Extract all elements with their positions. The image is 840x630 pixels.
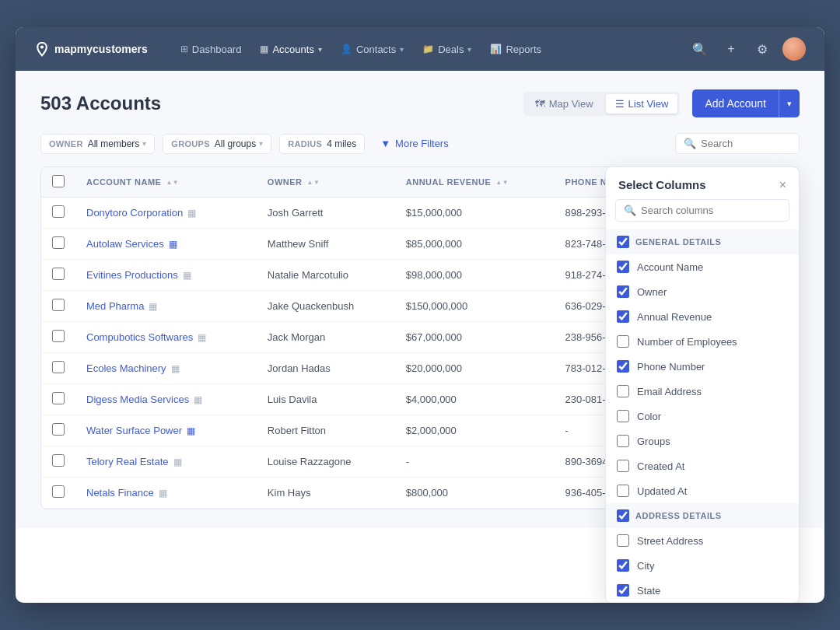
account-name-link[interactable]: Ecoles Machinery bbox=[86, 362, 166, 374]
column-label: Groups bbox=[637, 436, 670, 447]
account-name-cell: Water Surface Power ▦ bbox=[75, 415, 257, 446]
account-name-link[interactable]: Evitines Productions bbox=[86, 269, 178, 281]
column-checkbox[interactable] bbox=[617, 385, 629, 397]
logo[interactable]: mapmycustomers bbox=[34, 41, 148, 57]
radius-filter-value[interactable]: 4 miles bbox=[327, 138, 356, 149]
account-name-link[interactable]: Water Surface Power bbox=[86, 425, 182, 436]
row-checkbox[interactable] bbox=[52, 392, 65, 404]
row-checkbox[interactable] bbox=[52, 330, 65, 342]
search-input[interactable] bbox=[701, 138, 791, 149]
add-account-button[interactable]: Add Account ▾ bbox=[692, 89, 800, 117]
revenue-cell: $85,000,000 bbox=[395, 229, 555, 260]
search-button[interactable]: 🔍 bbox=[689, 38, 711, 60]
row-checkbox-cell[interactable] bbox=[41, 322, 75, 353]
select-all-header[interactable] bbox=[41, 167, 75, 198]
column-item[interactable]: City bbox=[606, 553, 799, 578]
select-all-checkbox[interactable] bbox=[52, 175, 65, 187]
nav-item-accounts[interactable]: ▦ Accounts ▾ bbox=[252, 39, 329, 60]
row-checkbox[interactable] bbox=[52, 454, 65, 467]
account-name-link[interactable]: Med Pharma bbox=[86, 300, 144, 312]
nav-item-deals[interactable]: 📁 Deals ▾ bbox=[415, 39, 479, 60]
column-item[interactable]: Phone Number bbox=[606, 354, 799, 379]
nav-item-reports[interactable]: 📊 Reports bbox=[482, 39, 549, 60]
groups-filter[interactable]: GROUPS All groups ▾ bbox=[163, 134, 271, 154]
column-item[interactable]: Street Address bbox=[606, 528, 799, 553]
column-item[interactable]: State bbox=[606, 578, 799, 603]
row-checkbox[interactable] bbox=[52, 236, 65, 249]
account-name-link[interactable]: Compubotics Softwares bbox=[86, 331, 193, 343]
account-name-link[interactable]: Donytoro Corporation bbox=[86, 207, 183, 219]
column-label: City bbox=[637, 560, 654, 572]
column-checkbox[interactable] bbox=[617, 285, 629, 298]
owner-chevron-icon: ▾ bbox=[142, 139, 146, 148]
row-checkbox-cell[interactable] bbox=[41, 478, 75, 509]
column-item[interactable]: Created At bbox=[606, 453, 799, 478]
column-search-input[interactable] bbox=[641, 205, 781, 216]
more-filters-button[interactable]: ▼ More Filters bbox=[373, 134, 457, 153]
row-checkbox-cell[interactable] bbox=[41, 198, 75, 229]
column-checkbox[interactable] bbox=[617, 360, 629, 373]
column-item[interactable]: Account Name bbox=[606, 254, 799, 279]
row-checkbox[interactable] bbox=[52, 268, 65, 280]
settings-button[interactable]: ⚙ bbox=[751, 38, 773, 60]
column-checkbox[interactable] bbox=[617, 261, 629, 273]
row-checkbox[interactable] bbox=[52, 485, 65, 498]
column-label: Owner bbox=[637, 286, 667, 298]
owner-filter-value[interactable]: All members ▾ bbox=[88, 138, 147, 149]
row-checkbox-cell[interactable] bbox=[41, 260, 75, 291]
row-checkbox[interactable] bbox=[52, 423, 65, 436]
column-checkbox[interactable] bbox=[617, 435, 629, 447]
account-name-link[interactable]: Netals Finance bbox=[86, 487, 154, 499]
row-checkbox[interactable] bbox=[52, 299, 65, 311]
column-label: Color bbox=[637, 411, 661, 422]
search-box[interactable]: 🔍 bbox=[675, 133, 800, 154]
account-name-link[interactable]: Telory Real Estate bbox=[86, 456, 169, 467]
map-view-button[interactable]: 🗺 Map View bbox=[526, 94, 603, 114]
groups-filter-value[interactable]: All groups ▾ bbox=[215, 138, 263, 149]
avatar[interactable] bbox=[782, 37, 806, 61]
row-checkbox-cell[interactable] bbox=[41, 415, 75, 446]
column-item[interactable]: Owner bbox=[606, 279, 799, 304]
panel-search[interactable]: 🔍 bbox=[615, 199, 789, 222]
column-checkbox[interactable] bbox=[617, 310, 629, 323]
owner-header[interactable]: OWNER ▲▼ bbox=[257, 167, 395, 198]
column-checkbox[interactable] bbox=[617, 559, 629, 572]
list-view-button[interactable]: ☰ List View bbox=[606, 94, 678, 114]
row-checkbox-cell[interactable] bbox=[41, 446, 75, 478]
column-checkbox[interactable] bbox=[617, 460, 629, 472]
owner-filter[interactable]: OWNER All members ▾ bbox=[40, 134, 155, 154]
column-item[interactable]: Color bbox=[606, 404, 799, 429]
panel-search-icon: 🔍 bbox=[624, 205, 636, 216]
column-item[interactable]: Email Address bbox=[606, 379, 799, 404]
owner-cell: Robert Fitton bbox=[257, 415, 395, 446]
row-checkbox[interactable] bbox=[52, 205, 65, 218]
column-checkbox[interactable] bbox=[617, 534, 629, 547]
column-item[interactable]: Groups bbox=[606, 429, 799, 453]
nav-item-dashboard[interactable]: ⊞ Dashboard bbox=[173, 39, 250, 60]
owner-cell: Natalie Marcotulio bbox=[257, 260, 395, 291]
account-name-cell: Ecoles Machinery ▦ bbox=[75, 353, 257, 384]
revenue-cell: $800,000 bbox=[395, 478, 555, 509]
row-checkbox-cell[interactable] bbox=[41, 353, 75, 384]
general-details-section-checkbox[interactable] bbox=[617, 236, 629, 248]
radius-filter[interactable]: RADIUS 4 miles bbox=[279, 134, 365, 154]
row-checkbox-cell[interactable] bbox=[41, 229, 75, 260]
column-checkbox[interactable] bbox=[617, 335, 629, 348]
account-name-header[interactable]: ACCOUNT NAME ▲▼ bbox=[75, 167, 257, 198]
account-name-link[interactable]: Digess Media Services bbox=[86, 394, 189, 405]
row-checkbox-cell[interactable] bbox=[41, 384, 75, 415]
account-name-link[interactable]: Autolaw Services bbox=[86, 238, 164, 250]
column-checkbox[interactable] bbox=[617, 410, 629, 422]
nav-item-contacts[interactable]: 👤 Contacts ▾ bbox=[333, 39, 411, 60]
row-checkbox-cell[interactable] bbox=[41, 291, 75, 322]
address-details-section-checkbox[interactable] bbox=[617, 509, 629, 522]
column-checkbox[interactable] bbox=[617, 584, 629, 597]
panel-close-button[interactable]: × bbox=[779, 179, 786, 191]
column-item[interactable]: Number of Employees bbox=[606, 329, 799, 354]
add-button[interactable]: + bbox=[720, 38, 742, 60]
column-checkbox[interactable] bbox=[617, 485, 629, 497]
column-item[interactable]: Updated At bbox=[606, 478, 799, 503]
column-item[interactable]: Annual Revenue bbox=[606, 304, 799, 329]
annual-revenue-header[interactable]: ANNUAL REVENUE ▲▼ bbox=[395, 167, 555, 198]
row-checkbox[interactable] bbox=[52, 361, 65, 373]
